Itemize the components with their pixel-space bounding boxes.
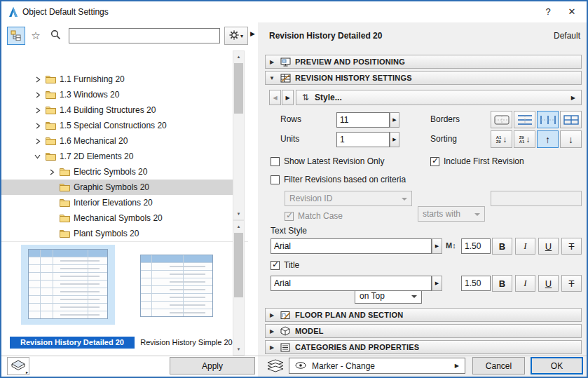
- cancel-button[interactable]: Cancel: [472, 357, 525, 374]
- preview-label[interactable]: Revision History Simple 20: [135, 338, 238, 346]
- border-style-outline-button[interactable]: [491, 111, 512, 128]
- sort-down-button[interactable]: ↓: [560, 130, 582, 148]
- title-position-value: on Top: [360, 291, 385, 301]
- arrow-up-icon: ↑: [545, 134, 550, 145]
- title-size-input[interactable]: [461, 276, 491, 291]
- close-button[interactable]: ✕: [561, 1, 582, 21]
- include-first-checkbox[interactable]: Include First Revision: [430, 156, 524, 167]
- checkbox-box[interactable]: [430, 157, 439, 166]
- tree-item[interactable]: Plant Symbols 20: [1, 226, 233, 241]
- italic-button[interactable]: I: [515, 238, 535, 255]
- units-flyout-button[interactable]: ▶: [390, 132, 399, 147]
- search-input[interactable]: [69, 28, 220, 43]
- section-revision-history-settings[interactable]: ▼ REVISION HISTORY SETTINGS: [265, 71, 582, 85]
- tree-item[interactable]: 1.6 Mechanical 20: [1, 133, 233, 149]
- style-flyout-button[interactable]: ⇅ Style... ▶: [296, 90, 582, 105]
- tree-scrollbar[interactable]: ▲ ▼: [233, 50, 245, 220]
- units-input[interactable]: [336, 132, 390, 147]
- title-font-flyout-button[interactable]: ▶: [432, 276, 442, 291]
- scroll-down-icon[interactable]: ▼: [233, 344, 244, 355]
- tree-item[interactable]: 1.4 Building Structures 20: [1, 102, 233, 118]
- checkbox-box[interactable]: [271, 157, 280, 166]
- sort-descending-button[interactable]: Z9A1 ↓: [514, 130, 535, 148]
- preview-label-selected[interactable]: Revision History Detailed 20: [10, 337, 135, 349]
- tree-item[interactable]: 1.1 Furnishing 20: [1, 72, 233, 87]
- tree-item-label: 1.3 Windows 20: [60, 90, 119, 100]
- layers-icon[interactable]: [266, 359, 285, 374]
- tree-item-selected[interactable]: Graphic Symbols 20: [1, 180, 233, 195]
- folder-icon: [60, 183, 70, 191]
- tree-item[interactable]: 1.3 Windows 20: [1, 87, 233, 102]
- match-case-checkbox[interactable]: Match Case: [285, 210, 343, 222]
- body-size-input[interactable]: [461, 238, 491, 254]
- title-italic-button[interactable]: I: [515, 275, 535, 292]
- revision-table-detailed-thumbnail[interactable]: [28, 249, 108, 319]
- arrow-down-icon: ↓: [526, 135, 530, 144]
- criteria-field-dropdown[interactable]: Revision ID: [285, 191, 412, 206]
- checkbox-box[interactable]: [271, 261, 280, 270]
- chevron-right-icon[interactable]: [34, 121, 42, 130]
- folder-view-button[interactable]: [7, 27, 25, 45]
- title-font-input[interactable]: [271, 276, 432, 291]
- checkbox-box[interactable]: [271, 175, 280, 184]
- apply-button[interactable]: Apply: [170, 357, 255, 374]
- chevron-right-icon[interactable]: [34, 75, 42, 83]
- bold-button[interactable]: B: [492, 238, 512, 255]
- scroll-up-icon[interactable]: ▲: [233, 221, 244, 232]
- triangle-right-icon: ▶: [266, 328, 278, 335]
- rows-flyout-button[interactable]: ▶: [390, 112, 399, 128]
- chevron-right-icon[interactable]: [48, 168, 56, 176]
- tree-item[interactable]: Electric Symbols 20: [1, 164, 233, 180]
- spacer: [48, 198, 56, 207]
- section-model[interactable]: ▶ MODEL: [265, 324, 582, 338]
- tree-item[interactable]: 1.5 Special Constructions 20: [1, 118, 233, 133]
- collapse-panel-arrow[interactable]: ▶: [250, 30, 255, 37]
- settings-menu-button[interactable]: ▾: [224, 27, 248, 45]
- strikethrough-button[interactable]: T: [561, 238, 582, 255]
- marker-dropdown[interactable]: Marker - Change ▶: [289, 358, 465, 374]
- show-latest-checkbox[interactable]: Show Latest Revision Only: [271, 156, 384, 167]
- search-button[interactable]: [46, 27, 64, 45]
- tree-item[interactable]: Mechanical Symbols 20: [1, 210, 233, 226]
- chevron-right-icon[interactable]: [34, 137, 42, 145]
- border-style-grid-button[interactable]: [560, 111, 582, 128]
- sort-up-button[interactable]: ↑: [537, 130, 559, 148]
- chevron-right-icon[interactable]: [34, 90, 42, 99]
- section-preview-and-positioning[interactable]: ▶ PREVIEW AND POSITIONING: [265, 55, 582, 69]
- filter-revisions-checkbox[interactable]: Filter Revisions based on criteria: [271, 174, 406, 185]
- scrollbar-thumb[interactable]: [234, 63, 243, 114]
- next-favorite-button[interactable]: ▶: [282, 90, 294, 105]
- criteria-operator-dropdown[interactable]: starts with: [418, 206, 485, 222]
- border-style-vertical-button[interactable]: [537, 111, 559, 128]
- ok-button[interactable]: OK: [531, 357, 583, 374]
- tree-item[interactable]: Interior Elevations 20: [1, 195, 233, 210]
- section-label: PREVIEW AND POSITIONING: [295, 58, 405, 66]
- section-categories-and-properties[interactable]: ▶ CATEGORIES AND PROPERTIES: [265, 340, 582, 354]
- scroll-up-icon[interactable]: ▲: [233, 51, 244, 62]
- units-label: Units: [280, 134, 299, 144]
- element-type-button[interactable]: ▸: [7, 357, 29, 375]
- help-button[interactable]: ?: [538, 1, 559, 21]
- sort-ascending-button[interactable]: A1Z9 ↓: [491, 130, 512, 148]
- title-bold-button[interactable]: B: [492, 275, 512, 292]
- revision-table-simple-thumbnail[interactable]: [140, 255, 213, 317]
- underline-button[interactable]: U: [538, 238, 559, 255]
- checkbox-box[interactable]: [285, 212, 294, 221]
- scrollbar-thumb[interactable]: [234, 233, 243, 297]
- title-underline-button[interactable]: U: [538, 275, 559, 292]
- rows-input[interactable]: [336, 112, 390, 128]
- tree-item[interactable]: 1.7 2D Elements 20: [1, 149, 233, 164]
- body-font-input[interactable]: [271, 238, 432, 254]
- favorites-button[interactable]: ☆: [27, 27, 45, 45]
- criteria-value-input[interactable]: [491, 191, 582, 206]
- body-font-flyout-button[interactable]: ▶: [432, 238, 442, 254]
- previous-favorite-button[interactable]: ◀: [269, 90, 281, 105]
- scroll-down-icon[interactable]: ▼: [233, 208, 244, 220]
- section-floor-plan-and-section[interactable]: ▶ FLOOR PLAN AND SECTION: [265, 308, 582, 322]
- preview-scrollbar[interactable]: ▲ ▼: [233, 220, 245, 356]
- title-strikethrough-button[interactable]: T: [561, 275, 582, 292]
- chevron-right-icon[interactable]: [34, 106, 42, 114]
- title-checkbox[interactable]: Title: [271, 259, 299, 271]
- chevron-down-icon[interactable]: [34, 152, 42, 161]
- border-style-horizontal-button[interactable]: [514, 111, 535, 128]
